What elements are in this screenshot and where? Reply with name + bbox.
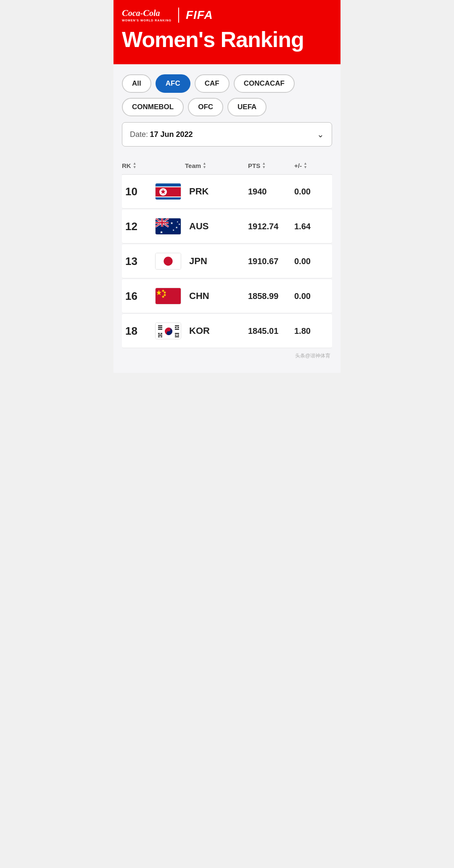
rank-value: 16: [122, 290, 151, 303]
flag-cell: [151, 323, 185, 339]
logo-divider: [178, 8, 179, 23]
svg-text:★: ★: [170, 221, 173, 225]
filter-uefa[interactable]: UEFA: [227, 98, 267, 116]
rankings-table: RK ▲▼ Team ▲▼ PTS ▲▼ +/- ▲▼ 10: [122, 158, 332, 348]
svg-rect-24: [156, 288, 181, 304]
rank-value: 13: [122, 255, 151, 268]
filter-conmebol[interactable]: CONMEBOL: [122, 98, 184, 116]
svg-rect-42: [161, 336, 162, 337]
flag-cell: ★ ★ ★ ★ ★ ★: [151, 218, 185, 235]
rank-value: 12: [122, 220, 151, 233]
rank-value: 10: [122, 185, 151, 198]
pts-value: 1845.01: [248, 326, 294, 336]
rank-value: 18: [122, 325, 151, 338]
flag-cell: [151, 183, 185, 200]
table-row: 10 PRK 1940 0.00: [122, 175, 332, 209]
team-name: CHN: [185, 291, 248, 302]
pm-value: 1.80: [294, 326, 332, 336]
svg-rect-37: [175, 329, 179, 330]
header: Coca-Cola WOMEN'S WORLD RANKING FIFA Wom…: [114, 0, 340, 64]
svg-point-48: [167, 328, 171, 331]
table-row: 16 CHN 1858.99 0.00: [122, 279, 332, 313]
svg-rect-46: [175, 336, 179, 337]
team-name: JPN: [185, 256, 248, 267]
chevron-down-icon: ⌄: [317, 129, 324, 139]
table-header: RK ▲▼ Team ▲▼ PTS ▲▼ +/- ▲▼: [122, 158, 332, 175]
team-name: KOR: [185, 325, 248, 336]
svg-rect-36: [177, 327, 179, 328]
filter-caf[interactable]: CAF: [195, 74, 230, 93]
table-row: 13 JPN 1910.67 0.00: [122, 244, 332, 278]
team-name: AUS: [185, 221, 248, 232]
content-area: All AFC CAF CONCACAF CONMEBOL OFC UEFA D…: [114, 64, 340, 373]
svg-rect-15: [156, 222, 169, 223]
svg-rect-39: [161, 333, 162, 334]
svg-rect-33: [158, 329, 162, 330]
pts-value: 1940: [248, 187, 294, 197]
pm-value: 1.64: [294, 222, 332, 231]
svg-rect-31: [158, 325, 162, 326]
flag-chn: [155, 288, 181, 304]
filter-row-1: All AFC CAF CONCACAF: [122, 74, 332, 93]
svg-rect-45: [177, 335, 179, 336]
svg-text:★: ★: [160, 230, 163, 234]
pts-value: 1912.74: [248, 222, 294, 231]
date-selector-content: Date: 17 Jun 2022: [130, 130, 193, 139]
svg-point-23: [164, 257, 172, 266]
date-label: Date:: [130, 130, 148, 139]
col-pm-header[interactable]: +/- ▲▼: [294, 162, 332, 169]
svg-rect-3: [156, 197, 181, 197]
fifa-logo: FIFA: [186, 8, 213, 22]
col-team-header[interactable]: Team ▲▼: [185, 162, 248, 169]
flag-jpn: [155, 253, 181, 270]
pts-value: 1858.99: [248, 291, 294, 301]
pm-value: 0.00: [294, 257, 332, 266]
svg-text:★: ★: [172, 229, 174, 231]
rank-sort-arrows[interactable]: ▲▼: [133, 162, 137, 169]
svg-rect-41: [158, 336, 160, 337]
flag-cell: [151, 253, 185, 270]
team-sort-arrows[interactable]: ▲▼: [203, 162, 206, 169]
pts-value: 1910.67: [248, 257, 294, 266]
watermark: 头条@谐神体育: [122, 349, 332, 363]
pm-value: 0.00: [294, 187, 332, 197]
svg-rect-34: [175, 325, 179, 326]
coca-cola-logo: Coca-Cola WOMEN'S WORLD RANKING: [122, 8, 172, 22]
pts-sort-arrows[interactable]: ▲▼: [262, 162, 266, 169]
flag-cell: [151, 288, 185, 304]
svg-rect-2: [156, 186, 181, 187]
col-pts-header[interactable]: PTS ▲▼: [248, 162, 294, 169]
svg-text:★: ★: [178, 223, 180, 226]
team-name: PRK: [185, 186, 248, 197]
table-row: 12: [122, 210, 332, 244]
svg-rect-35: [175, 327, 177, 328]
table-row: 18: [122, 314, 332, 348]
filter-afc[interactable]: AFC: [156, 74, 190, 93]
filter-concacaf[interactable]: CONCACAF: [234, 74, 295, 93]
flag-aus: ★ ★ ★ ★ ★ ★: [155, 218, 181, 235]
svg-rect-38: [158, 333, 160, 334]
pm-sort-arrows[interactable]: ▲▼: [304, 162, 307, 169]
svg-point-49: [167, 331, 171, 335]
filter-all[interactable]: All: [122, 74, 151, 93]
svg-text:★: ★: [175, 226, 178, 229]
page-title: Women's Ranking: [122, 28, 332, 52]
col-rank-header[interactable]: RK ▲▼: [122, 162, 151, 169]
svg-rect-43: [175, 333, 179, 334]
date-selector[interactable]: Date: 17 Jun 2022 ⌄: [122, 122, 332, 147]
logo-area: Coca-Cola WOMEN'S WORLD RANKING FIFA: [122, 8, 332, 23]
flag-kor: [155, 323, 181, 339]
svg-rect-40: [158, 335, 162, 336]
date-value: 17 Jun 2022: [150, 130, 193, 139]
pm-value: 0.00: [294, 291, 332, 301]
filter-ofc[interactable]: OFC: [188, 98, 223, 116]
flag-prk: [155, 183, 181, 200]
filter-row-2: CONMEBOL OFC UEFA: [122, 98, 332, 116]
svg-rect-44: [175, 335, 177, 336]
svg-rect-32: [158, 327, 162, 328]
